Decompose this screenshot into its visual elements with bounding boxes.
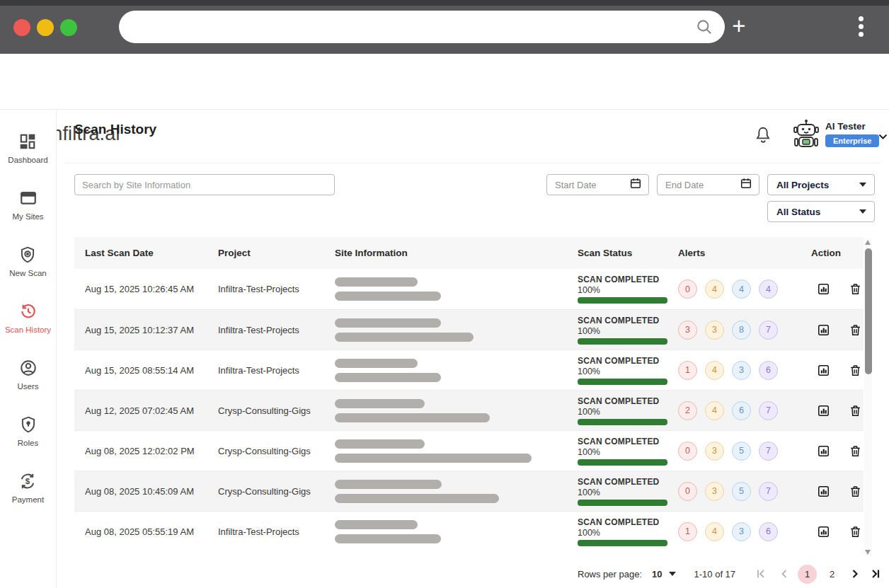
- row-actions: [811, 485, 864, 498]
- sidebar-item-my-sites[interactable]: My Sites: [12, 189, 43, 221]
- alert-badge-medium[interactable]: 6: [732, 401, 751, 420]
- site-information-redacted: [335, 359, 578, 382]
- sidebar-item-payment[interactable]: $ Payment: [12, 472, 44, 504]
- rows-per-page-value[interactable]: 10: [652, 569, 662, 580]
- previous-page-button[interactable]: [779, 568, 789, 580]
- next-page-button[interactable]: [850, 568, 860, 580]
- notifications-bell-icon[interactable]: [754, 125, 772, 148]
- alert-badge-high[interactable]: 4: [705, 361, 724, 380]
- report-icon[interactable]: [817, 485, 830, 498]
- alert-badge-critical[interactable]: 0: [678, 482, 697, 501]
- alert-badge-medium[interactable]: 4: [732, 279, 751, 299]
- delete-icon[interactable]: [849, 485, 862, 498]
- alert-badge-medium[interactable]: 3: [732, 522, 751, 541]
- account-info[interactable]: AI Tester Enterprise: [825, 121, 879, 147]
- alert-badge-low[interactable]: 7: [759, 321, 778, 340]
- scroll-up-arrow[interactable]: [865, 240, 871, 245]
- redacted-bar: [335, 480, 442, 489]
- alert-badge-critical[interactable]: 3: [678, 321, 697, 340]
- report-icon[interactable]: [817, 282, 830, 296]
- report-icon[interactable]: [817, 404, 830, 417]
- browser-menu-icon[interactable]: [859, 16, 864, 37]
- alert-badge-medium[interactable]: 8: [732, 321, 751, 340]
- table-scrollbar[interactable]: [864, 238, 872, 556]
- alert-badge-high[interactable]: 3: [705, 482, 724, 501]
- redacted-bar: [335, 413, 490, 422]
- table-row: Aug 08, 2025 10:45:09 AM Crysp-Consultin…: [74, 471, 864, 511]
- alert-badge-high[interactable]: 4: [705, 401, 724, 420]
- scan-status: SCAN COMPLETED 100%: [578, 316, 678, 345]
- alert-badge-high[interactable]: 3: [705, 442, 724, 461]
- report-icon[interactable]: [817, 525, 830, 538]
- scrollbar-thumb[interactable]: [865, 248, 872, 374]
- new-tab-button[interactable]: +: [729, 10, 749, 42]
- last-scan-date: Aug 08, 2025 05:55:19 AM: [85, 526, 218, 537]
- alert-badge-low[interactable]: 6: [759, 361, 778, 380]
- delete-icon[interactable]: [849, 323, 862, 337]
- alert-badge-low[interactable]: 7: [759, 401, 778, 420]
- row-actions: [811, 404, 864, 417]
- user-avatar-robot[interactable]: [791, 118, 822, 154]
- address-bar[interactable]: [119, 11, 725, 43]
- maximize-window-button[interactable]: [60, 19, 77, 36]
- calendar-icon[interactable]: [740, 177, 752, 192]
- alert-badge-low[interactable]: 7: [759, 442, 778, 461]
- page-number-1[interactable]: 1: [798, 565, 817, 584]
- history-clock-icon: [19, 302, 38, 321]
- site-search-input[interactable]: [74, 174, 335, 195]
- search-icon[interactable]: [695, 18, 713, 36]
- delete-icon[interactable]: [849, 364, 862, 377]
- rows-per-page-chevron-icon[interactable]: [669, 572, 676, 576]
- project-filter-dropdown[interactable]: All Projects: [767, 174, 875, 195]
- alert-badge-high[interactable]: 4: [705, 279, 724, 299]
- last-scan-date: Aug 08, 2025 10:45:09 AM: [85, 486, 218, 497]
- scan-progress-percent: 100%: [578, 447, 678, 457]
- alert-badge-low[interactable]: 7: [759, 482, 778, 501]
- first-page-button[interactable]: [755, 568, 767, 580]
- alert-badge-critical[interactable]: 0: [678, 442, 697, 461]
- delete-icon[interactable]: [849, 404, 862, 417]
- scan-status: SCAN COMPLETED 100%: [578, 437, 678, 466]
- page-number-2[interactable]: 2: [822, 565, 842, 584]
- redacted-bar: [335, 373, 441, 382]
- alert-badge-critical[interactable]: 1: [678, 522, 697, 541]
- divider: [65, 163, 881, 163]
- report-icon[interactable]: [817, 444, 830, 458]
- alert-badge-medium[interactable]: 3: [732, 361, 751, 380]
- alert-badge-medium[interactable]: 5: [732, 482, 751, 501]
- sidebar-item-new-scan[interactable]: New Scan: [9, 246, 46, 277]
- scan-progress-percent: 100%: [578, 326, 678, 336]
- report-icon[interactable]: [817, 364, 830, 377]
- sidebar-item-scan-history[interactable]: Scan History: [5, 302, 51, 334]
- report-icon[interactable]: [817, 323, 830, 337]
- alert-badge-low[interactable]: 6: [759, 522, 778, 541]
- sidebar-item-dashboard[interactable]: Dashboard: [8, 132, 47, 164]
- status-filter-dropdown[interactable]: All Status: [767, 201, 875, 222]
- close-window-button[interactable]: [13, 19, 30, 36]
- alert-badge-medium[interactable]: 5: [732, 442, 751, 461]
- start-date-field[interactable]: Start Date: [546, 174, 649, 195]
- alert-badge-low[interactable]: 4: [759, 279, 778, 299]
- minimize-window-button[interactable]: [37, 19, 54, 36]
- column-header-last-scan-date: Last Scan Date: [85, 248, 218, 258]
- progress-bar: [578, 379, 667, 385]
- account-chevron-down-icon[interactable]: [878, 130, 888, 143]
- site-information-redacted: [335, 277, 578, 301]
- delete-icon[interactable]: [849, 525, 862, 538]
- alert-badge-high[interactable]: 3: [705, 321, 724, 340]
- scan-status-label: SCAN COMPLETED: [578, 356, 678, 366]
- scroll-down-arrow[interactable]: [865, 550, 871, 555]
- alert-badge-high[interactable]: 4: [705, 522, 724, 541]
- alert-badge-critical[interactable]: 2: [678, 401, 697, 420]
- end-date-field[interactable]: End Date: [657, 174, 759, 195]
- delete-icon[interactable]: [849, 444, 862, 458]
- alert-badge-critical[interactable]: 0: [678, 279, 697, 299]
- sidebar-item-roles[interactable]: Roles: [18, 415, 38, 447]
- address-input[interactable]: [119, 21, 695, 33]
- last-page-button[interactable]: [870, 568, 881, 580]
- delete-icon[interactable]: [849, 282, 862, 296]
- sidebar-item-users[interactable]: Users: [17, 359, 38, 391]
- table-row: Aug 15, 2025 08:55:14 AM Infiltra-Test-P…: [74, 350, 864, 390]
- calendar-icon[interactable]: [629, 177, 642, 192]
- alert-badge-critical[interactable]: 1: [678, 361, 697, 380]
